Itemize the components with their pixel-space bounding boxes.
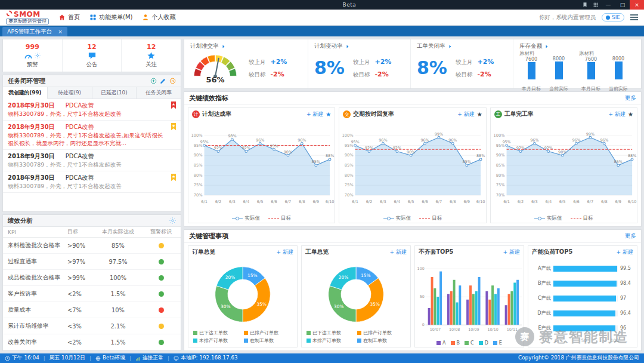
svg-text:85%: 85% xyxy=(194,163,203,168)
svg-text:6/6: 6/6 xyxy=(271,199,277,204)
svg-text:100: 100 xyxy=(417,266,424,271)
star-icon[interactable]: ★ xyxy=(628,112,633,118)
chart-legend: 已下达工单数已排产订单数未排产订单数在制工单数 xyxy=(188,330,297,347)
kpi-row[interactable]: 过程直通率>97%97.5% xyxy=(3,254,181,270)
sidebar: 999预警12公告12关注 任务闭环管理 我创建的(99)待处理(9)已延迟(1… xyxy=(2,39,181,351)
svg-text:85%: 85% xyxy=(614,159,622,164)
language-toggle[interactable]: SIE xyxy=(602,13,624,21)
chart-title: 产能负荷TOP5 xyxy=(532,248,572,256)
settings-gear-icon[interactable] xyxy=(169,217,176,224)
bookmark-ribbon-icon[interactable] xyxy=(171,174,177,182)
hbar-label: E产线 xyxy=(532,325,551,331)
close-task-icon[interactable] xyxy=(169,78,176,84)
kpi-more-link[interactable]: 更多 xyxy=(625,94,636,102)
stat-announcements[interactable]: 12公告 xyxy=(62,39,122,72)
new-button[interactable]: + 新建 xyxy=(617,248,633,256)
add-task-icon[interactable] xyxy=(150,78,157,84)
detail-icon[interactable] xyxy=(221,44,226,49)
status-environment[interactable]: Beta环境 xyxy=(95,355,125,362)
svg-text:6/9: 6/9 xyxy=(615,199,621,204)
tab-aps-platform[interactable]: APS管理工作平台 × xyxy=(2,27,67,36)
kpi-row[interactable]: 累计市场维修率<3%2.1% xyxy=(3,318,181,334)
task-item[interactable]: 2018年9月30日PDCA改善物料3300789，外壳，尺寸1不合格发起改善,… xyxy=(3,121,181,150)
nav-home[interactable]: 首页 xyxy=(58,13,80,21)
edit-task-icon[interactable] xyxy=(160,78,166,84)
legend-item: 未排产订单数 xyxy=(193,337,242,344)
gear-icon[interactable] xyxy=(35,53,41,59)
svg-text:98%: 98% xyxy=(228,134,236,139)
svg-text:35%: 35% xyxy=(370,301,380,306)
bookmark-ribbon-icon[interactable] xyxy=(171,123,177,131)
task-date: 2018年9月30日 xyxy=(8,101,55,110)
minimize-button[interactable]: — xyxy=(601,0,615,10)
new-button[interactable]: + 新建 xyxy=(609,110,626,118)
metric-title: 工单关闭率 xyxy=(417,42,507,50)
svg-text:6/3: 6/3 xyxy=(229,199,236,204)
task-tab[interactable]: 任务关闭率 xyxy=(137,87,181,99)
monitor-icon xyxy=(174,356,179,361)
legend-item: 在制工单数 xyxy=(357,337,405,344)
menu-icon[interactable] xyxy=(630,14,638,20)
task-tab[interactable]: 已延迟(10) xyxy=(92,87,137,99)
chart-title: 交期按时回复率 xyxy=(353,110,394,118)
kpi-row[interactable]: 质量成本<7%10% xyxy=(3,302,181,318)
hbar-value: 96.4 xyxy=(620,310,633,316)
nav-menu[interactable]: 功能菜单(M) xyxy=(89,13,132,21)
svg-text:80%: 80% xyxy=(345,173,354,178)
detail-icon[interactable] xyxy=(544,44,549,49)
task-item[interactable]: 2018年9月30日PDCA改善物料3300789，外壳，尺寸1不合格发起改善 xyxy=(3,99,181,121)
toggle-dot-icon xyxy=(606,16,610,20)
svg-text:70%: 70% xyxy=(194,193,203,198)
svg-text:75%: 75% xyxy=(496,183,504,187)
star-icon[interactable]: ★ xyxy=(326,112,331,118)
status-time: 下午 16:04 xyxy=(5,355,39,362)
svg-text:6/6: 6/6 xyxy=(573,199,580,204)
kpi-target: <2% xyxy=(67,291,95,297)
new-button[interactable]: + 新建 xyxy=(306,110,323,118)
status-dot xyxy=(159,307,164,313)
svg-text:95%: 95% xyxy=(502,140,510,144)
task-item[interactable]: 2018年9月30日PDCA改善物料3300789，外壳，尺寸1不合格发起改善 xyxy=(3,171,181,193)
detail-icon[interactable] xyxy=(448,44,453,49)
close-button[interactable]: × xyxy=(630,0,644,10)
task-tab[interactable]: 我创建的(99) xyxy=(3,87,48,99)
new-button[interactable]: + 新建 xyxy=(457,110,474,118)
maximize-button[interactable]: □ xyxy=(615,0,630,10)
inventory-bar: 7600本月目标 xyxy=(522,57,541,85)
svg-text:95%: 95% xyxy=(351,140,360,144)
performance-panel-header: 绩效分析 xyxy=(3,215,181,227)
bookmark-ribbon-icon[interactable] xyxy=(171,101,177,109)
stat-alerts[interactable]: 999预警 xyxy=(3,39,62,72)
kpi-row[interactable]: 成品检验批次合格率>99%100% xyxy=(3,270,181,286)
chart-title: 订单总览 xyxy=(192,248,215,256)
kpi-row[interactable]: 改善关闭率<2%1.5% xyxy=(3,334,181,350)
svg-text:35%: 35% xyxy=(257,301,267,306)
new-button[interactable]: + 新建 xyxy=(277,248,293,256)
inventory-group: 原材料7600本月目标8000当前实际 xyxy=(579,50,630,92)
task-item[interactable]: 2018年9月30日PDCA改善物料3300789，外壳，尺寸1不合格发起改善 xyxy=(3,150,181,171)
legend-item: E xyxy=(493,340,502,346)
bookmark-icon[interactable] xyxy=(580,0,590,10)
apps-grid-icon[interactable] xyxy=(590,0,601,10)
task-tab[interactable]: 待处理(9) xyxy=(48,87,92,99)
nav-favorites[interactable]: 个人收藏 xyxy=(142,13,175,21)
svg-text:70%: 70% xyxy=(496,193,504,198)
kpi-row[interactable]: 来料检验批次合格率>90%85% xyxy=(3,238,181,254)
stat-follows[interactable]: 12关注 xyxy=(121,39,181,72)
new-button[interactable]: + 新建 xyxy=(390,248,407,256)
svg-text:96%: 96% xyxy=(572,138,580,143)
new-button[interactable]: + 新建 xyxy=(503,248,520,256)
task-description: 物料3300789，外壳，尺寸1不合格发起改善 xyxy=(8,182,168,190)
legend-item: 已排产订单数 xyxy=(244,330,292,336)
kpi-actual: 97.5% xyxy=(95,259,141,265)
chart-legend: 实际值目标 xyxy=(491,214,637,223)
tab-close-icon[interactable]: × xyxy=(58,29,63,35)
chart-icon: 工 xyxy=(494,110,502,118)
hbar-row: D产线96.4 xyxy=(532,308,633,319)
mgmt-more-link[interactable]: 更多 xyxy=(625,232,636,240)
kpi-row[interactable]: 客户投诉率<2%1.5% xyxy=(3,286,181,302)
svg-text:30%: 30% xyxy=(334,304,343,309)
person-icon xyxy=(142,14,149,21)
detail-icon[interactable] xyxy=(345,44,350,49)
star-icon[interactable]: ★ xyxy=(477,112,482,118)
